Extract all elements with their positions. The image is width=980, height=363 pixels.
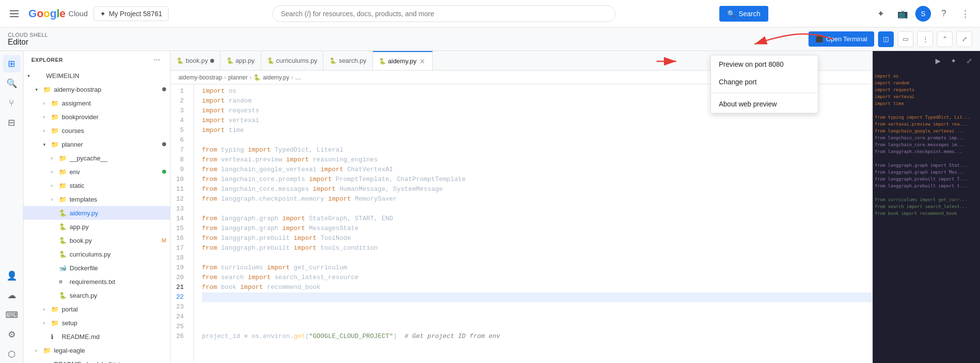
terminal-sidebar-btn[interactable]: ⌨ [3,306,21,324]
chevron-right-icon: › [51,183,59,188]
tree-item-aidemy-py[interactable]: 🐍 aidemy.py [24,206,170,220]
debug-btn[interactable]: ✦ [947,54,960,68]
hamburger-menu[interactable] [6,6,23,21]
run-btn[interactable]: ▶ [931,54,945,68]
code-editor[interactable]: 1 2 3 4 5 6 7 8 9 10 11 12 13 14 15 16 1… [171,84,872,363]
modified-indicator [210,59,214,63]
search-button[interactable]: 🔍 Search [719,6,768,22]
line-num-20: 20 [171,273,188,283]
breadcrumb-planner[interactable]: planner [228,74,247,81]
git-icon-btn[interactable]: ⑂ [3,94,21,112]
code-line-4: import vertexai [202,116,872,126]
sidebar-icons: ⊞ 🔍 ⑂ ⊟ 👤 ☁ ⌨ ⚙ ⬡ [0,51,24,363]
split-editor-btn[interactable]: ▭ [898,31,913,47]
tree-item-requirements-txt[interactable]: ≡ requirements.txt [24,275,170,288]
preview-line: import requests [875,86,978,93]
tree-item-setup[interactable]: › 📁 setup [24,316,170,330]
database-icon-btn[interactable]: ⬡ [3,345,21,363]
explorer-icon-btn[interactable]: ⊞ [3,55,21,73]
file-tree: ▾ WEIMEILIN ▾ 📁 aidemy-boostrap › 📁 assi… [24,69,170,363]
search-sidebar-btn[interactable]: 🔍 [3,75,21,92]
tree-item-aidemy-bootstrap[interactable]: ▾ 📁 aidemy-boostrap [24,82,170,96]
topbar: Google Cloud ✦ My Project 58761 🔍 Search… [0,0,980,27]
sparkle-icon-btn[interactable]: ✦ [872,5,890,23]
open-terminal-button[interactable]: ⬛ Open Terminal [808,31,874,47]
user-avatar[interactable]: S [915,6,931,22]
tree-item-courses[interactable]: › 📁 courses [24,124,170,137]
tree-root[interactable]: ▾ WEIMEILIN [24,69,170,82]
tab-close-btn[interactable]: ✕ [418,56,426,66]
tab-app-py[interactable]: 🐍 app.py [220,51,261,71]
search-input[interactable] [281,10,607,18]
tree-item-legal-eagle[interactable]: › 📁 legal-eagle [24,343,170,357]
python-icon: 🐍 [379,58,386,65]
maximize-btn[interactable]: ⤢ [956,31,972,47]
dropdown-about-preview[interactable]: About web preview [711,95,818,113]
line-num-25: 25 [171,322,188,332]
modified-m-badge: M [162,237,166,243]
preview-line: from book import recommend_book [875,210,978,217]
dropdown-divider [711,93,818,93]
tree-item-book-py[interactable]: 🐍 book.py M [24,233,170,247]
tree-item-readme-cloudshell[interactable]: ≡ README-cloudshell.txt [24,357,170,363]
line-num-6: 6 [171,135,188,145]
web-preview-btn[interactable]: ◫ [878,31,894,47]
tree-item-curriculums-py[interactable]: 🐍 curriculums.py [24,247,170,261]
tree-item-assigment[interactable]: › 📁 assigment [24,96,170,110]
chevron-right-icon: › [43,101,51,106]
chevron-right-icon: › [35,348,43,353]
minimize-icon: ⌃ [942,35,948,43]
more-options-btn[interactable]: ⋮ [956,5,974,23]
minimize-btn[interactable]: ⌃ [937,31,953,47]
tree-item-planner[interactable]: ▾ 📁 planner [24,137,170,151]
dropdown-change-port[interactable]: Change port [711,73,818,91]
tree-item-templates[interactable]: › 📁 templates [24,192,170,206]
explorer-more-btn[interactable]: ··· [152,53,162,66]
tree-item-pycache[interactable]: › 📁 __pycache__ [24,151,170,165]
line-num-2: 2 [171,96,188,106]
line-num-5: 5 [171,126,188,135]
code-line-11: from langchain_core.messages import Huma… [202,184,872,194]
breadcrumb-aidemy-bootstrap[interactable]: aidemy-boostrap [178,74,222,81]
tree-item-readme-md[interactable]: ℹ README.md [24,330,170,343]
chevron-right-icon: › [43,114,51,120]
settings-icon-btn[interactable]: ⚙ [3,326,21,343]
preview-line: from vertexai.preview import rea... [875,121,978,128]
python-file-icon: 🐍 [59,237,68,244]
tab-curriculums-py[interactable]: 🐍 curriculums.py [261,51,324,71]
tab-aidemy-py[interactable]: 🐍 aidemy.py ✕ [373,51,433,71]
person-icon-btn[interactable]: 👤 [3,267,21,285]
line-num-19: 19 [171,263,188,273]
web-preview-icon: ◫ [883,35,889,43]
cast-icon-btn[interactable]: 📺 [894,5,911,23]
line-num-15: 15 [171,224,188,233]
folder-icon: 📁 [51,319,60,327]
help-icon-btn[interactable]: ? [935,5,953,23]
cloud-icon-btn[interactable]: ☁ [3,286,21,304]
tree-item-dockerfile[interactable]: 🐋 Dockerfile [24,261,170,275]
tree-item-bookprovider[interactable]: › 📁 bookprovider [24,110,170,124]
tree-item-static[interactable]: › 📁 static [24,179,170,192]
preview-line: from langgraph.graph import Stat... [875,162,978,169]
python-file-icon: 🐍 [59,292,68,299]
dropdown-preview-8080[interactable]: Preview on port 8080 [711,55,818,73]
rp-maximize-btn[interactable]: ⤢ [962,54,976,68]
tab-book-py[interactable]: 🐍 book.py [171,51,220,71]
tree-item-portal[interactable]: › 📁 portal [24,302,170,316]
breadcrumb-aidemy-py[interactable]: aidemy.py [263,74,289,81]
tree-item-env[interactable]: › 📁 env [24,165,170,179]
shell-actions: ⬛ Open Terminal ◫ ▭ ⋮ ⌃ ⤢ [808,31,972,47]
right-panel-toolbar: ▶ ✦ ⤢ [873,51,980,71]
code-line-20: from search import search_latest_resourc… [202,273,872,283]
python-file-icon: 🐍 [59,223,68,231]
more-shell-btn[interactable]: ⋮ [917,31,933,47]
tree-item-app-py[interactable]: 🐍 app.py [24,220,170,233]
extensions-icon-btn[interactable]: ⊟ [3,114,21,131]
project-selector[interactable]: ✦ My Project 58761 [94,6,169,21]
code-line-25 [202,322,872,332]
google-cloud-logo[interactable]: Google Cloud [28,7,88,20]
preview-line: import os [875,73,978,79]
tree-item-search-py[interactable]: 🐍 search.py [24,288,170,302]
breadcrumb-ellipsis[interactable]: … [295,74,301,81]
tab-search-py[interactable]: 🐍 search.py [323,51,372,71]
